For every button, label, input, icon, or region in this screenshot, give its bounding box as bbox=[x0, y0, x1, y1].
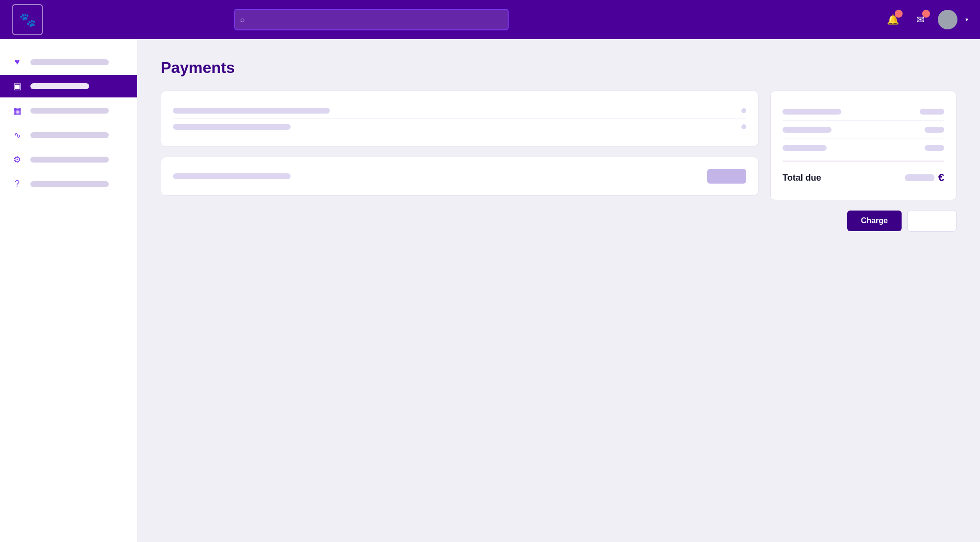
content-grid: Total due € Charge bbox=[161, 91, 956, 232]
page-title: Payments bbox=[161, 59, 956, 77]
summary-item-value-3 bbox=[925, 145, 944, 151]
search-input[interactable] bbox=[234, 9, 509, 30]
right-column: Total due € Charge bbox=[770, 91, 956, 232]
summary-item-label-1 bbox=[783, 109, 841, 115]
sidebar: ♥ ▣ ▦ ∿ ⚙ ? bbox=[0, 39, 137, 542]
sidebar-item-analytics[interactable]: ∿ bbox=[0, 124, 137, 146]
payment-methods-card bbox=[161, 91, 759, 147]
avatar[interactable] bbox=[938, 10, 957, 29]
secondary-action-button[interactable] bbox=[907, 210, 956, 232]
settings-icon: ⚙ bbox=[12, 154, 23, 165]
sidebar-label-analytics bbox=[30, 132, 109, 138]
left-column bbox=[161, 91, 759, 196]
sidebar-label-health bbox=[30, 59, 109, 65]
summary-card: Total due € bbox=[770, 91, 956, 200]
bottom-card-text bbox=[173, 173, 291, 179]
help-icon: ? bbox=[12, 179, 23, 189]
summary-item-label-2 bbox=[783, 127, 832, 133]
sidebar-item-payments[interactable]: ▣ bbox=[0, 75, 137, 97]
messages-button[interactable]: ✉ bbox=[910, 10, 930, 29]
paw-icon: 🐾 bbox=[19, 12, 36, 28]
sidebar-item-settings[interactable]: ⚙ bbox=[0, 148, 137, 171]
total-due-label: Total due bbox=[783, 173, 821, 183]
payment-method-label-2 bbox=[173, 124, 291, 130]
expand-icon[interactable]: ▾ bbox=[965, 16, 968, 23]
health-icon: ♥ bbox=[12, 57, 23, 67]
payment-method-dot-2 bbox=[741, 124, 746, 129]
sidebar-label-help bbox=[30, 181, 109, 187]
analytics-icon: ∿ bbox=[12, 130, 23, 141]
currency-symbol: € bbox=[938, 171, 944, 184]
summary-item-value-1 bbox=[920, 109, 944, 115]
topnav-right: 🔔 ✉ ▾ bbox=[883, 10, 968, 29]
app-layout: ♥ ▣ ▦ ∿ ⚙ ? Payments bbox=[0, 39, 980, 542]
sidebar-label-payments bbox=[30, 83, 89, 89]
payment-row-2 bbox=[173, 118, 746, 135]
payment-row-1 bbox=[173, 103, 746, 118]
notifications-button[interactable]: 🔔 bbox=[883, 10, 903, 29]
total-row: Total due € bbox=[783, 161, 944, 188]
sidebar-label-settings bbox=[30, 157, 109, 163]
sidebar-item-help[interactable]: ? bbox=[0, 173, 137, 195]
sidebar-item-health[interactable]: ♥ bbox=[0, 51, 137, 73]
sidebar-label-calendar bbox=[30, 108, 109, 114]
search-bar: ⌕ bbox=[234, 9, 509, 30]
payment-method-dot-1 bbox=[741, 108, 746, 113]
charge-button[interactable]: Charge bbox=[847, 211, 902, 231]
payments-icon: ▣ bbox=[12, 81, 23, 92]
main-content: Payments bbox=[137, 39, 980, 542]
bottom-action-card bbox=[161, 157, 759, 196]
messages-badge bbox=[922, 10, 930, 18]
sidebar-item-calendar[interactable]: ▦ bbox=[0, 99, 137, 122]
notifications-badge bbox=[895, 10, 903, 18]
bottom-card-action[interactable] bbox=[707, 169, 746, 184]
summary-item-label-3 bbox=[783, 145, 827, 151]
calendar-icon: ▦ bbox=[12, 105, 23, 116]
payment-method-label-1 bbox=[173, 108, 330, 114]
logo[interactable]: 🐾 bbox=[12, 4, 43, 35]
actions-row: Charge bbox=[770, 210, 956, 232]
summary-row-3 bbox=[783, 139, 944, 157]
total-amount-group: € bbox=[905, 171, 944, 184]
summary-row-2 bbox=[783, 120, 944, 139]
topnav: 🐾 ⌕ 🔔 ✉ ▾ bbox=[0, 0, 980, 39]
total-amount-value bbox=[905, 174, 934, 181]
summary-item-value-2 bbox=[925, 127, 944, 133]
summary-row-1 bbox=[783, 103, 944, 120]
